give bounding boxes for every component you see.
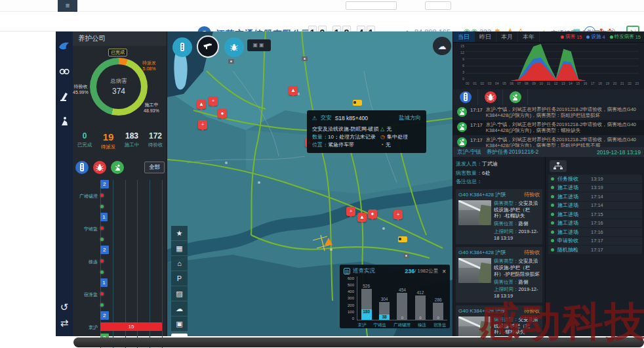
damage-marker-pin[interactable]: ● bbox=[218, 109, 227, 118]
disease-photo[interactable] bbox=[458, 200, 491, 225]
task-detail-body: 派发人员：丁武迪 病害数量：6处 备注信息： G40 K384+428 沪陕待验… bbox=[453, 157, 644, 336]
traffic-light-layer-button[interactable] bbox=[172, 37, 192, 57]
task-detail-header[interactable]: 京沪-宁镇 养护任务20191218-2 2019-12-18 13:19 bbox=[453, 147, 644, 157]
facility-tool-icon[interactable]: ⌂ bbox=[171, 256, 188, 271]
service-area-tool-icon[interactable]: ▨ bbox=[171, 286, 188, 301]
worker-events-button[interactable] bbox=[510, 91, 521, 103]
timeline-row[interactable]: 施工进场17:14 bbox=[548, 192, 642, 201]
switch-view-icon[interactable]: ⇄ bbox=[56, 315, 73, 331]
timeline-row[interactable]: 施工进场17:16 bbox=[548, 219, 642, 228]
disease-layer-button[interactable] bbox=[224, 37, 244, 57]
damage-marker-pin[interactable]: ▲ bbox=[357, 213, 367, 222]
field-label: 上报时间： bbox=[494, 286, 519, 292]
weather-button[interactable]: ☁ bbox=[433, 37, 451, 55]
damage-marker-pin[interactable]: + bbox=[346, 207, 355, 216]
flag-icon: ◷ bbox=[380, 133, 385, 141]
timeline-time: 13:19 bbox=[591, 176, 603, 182]
tab-1[interactable]: 昨日 bbox=[475, 32, 496, 42]
layer-toggle[interactable]: ▣▣ bbox=[247, 39, 271, 51]
legend-value: 15 bbox=[576, 34, 582, 40]
background-input[interactable] bbox=[346, 1, 397, 10]
flow-chart-icon[interactable] bbox=[550, 160, 567, 172]
damage-marker-pin[interactable]: ● bbox=[368, 209, 377, 219]
damage-marker-pin[interactable]: + bbox=[393, 210, 403, 219]
disease-events-button[interactable] bbox=[485, 91, 496, 103]
y-tick: 9 bbox=[456, 57, 464, 61]
timeline-dot bbox=[551, 221, 554, 225]
camera-layer-button[interactable] bbox=[197, 35, 219, 58]
timeline-label: 施工进场 bbox=[557, 228, 578, 236]
nav-worker-icon[interactable] bbox=[56, 112, 73, 131]
camera-marker[interactable] bbox=[302, 56, 308, 61]
damage-marker-pin[interactable]: ▲ bbox=[289, 86, 298, 95]
event-list: 17:17京沪-宁镇，刘斌正在对养护任务20191218-2申请验收，病害地点G… bbox=[453, 105, 644, 147]
company-label: 徐连 bbox=[74, 259, 98, 265]
x-tick: 03 bbox=[488, 81, 492, 85]
all-button[interactable]: 全部 bbox=[144, 162, 165, 173]
total-label: 286 bbox=[428, 297, 448, 302]
x-tick: 09 bbox=[532, 81, 536, 85]
undo-icon[interactable]: ↺ bbox=[56, 299, 73, 315]
disease-card[interactable]: G40 K384+428 沪陕待验收病害类型：交安及沿线设施-护栏（栏杆）-护栏… bbox=[456, 247, 542, 303]
hamburger-menu-button[interactable]: ≡ bbox=[58, 0, 77, 12]
nav-sign-icon[interactable] bbox=[56, 87, 73, 106]
event-row[interactable]: 17:17京沪-宁镇，刘斌正在对养护任务20191218-2申请验收，病害地点G… bbox=[453, 135, 644, 148]
facility-events-button[interactable] bbox=[460, 91, 472, 103]
timeline-row[interactable]: 施工进场17:16 bbox=[548, 228, 642, 236]
disease-card[interactable]: G40 K384+428 沪陕待验收病害类型：交安及沿线设施-护栏（栏杆）-柱帽… bbox=[456, 189, 542, 245]
maintenance-truck-marker[interactable] bbox=[353, 100, 362, 106]
timeline-row[interactable]: 施工进场17:14 bbox=[548, 202, 642, 210]
maintenance-truck-marker[interactable] bbox=[398, 236, 407, 242]
flag-icon: △ bbox=[380, 125, 384, 133]
map-canvas[interactable]: ▣▣ ☁ ★ ▦ ⌂ P ▨ ☁ ▣ ≡ ▲+●+▲▲+▲●+ ⚠ 交安 S18… bbox=[167, 32, 453, 336]
favorites-tool-icon[interactable]: ★ bbox=[171, 226, 188, 241]
gantry-tool-icon[interactable]: ▦ bbox=[171, 241, 188, 256]
patrol-bars: 52618030438454041202860 bbox=[357, 276, 447, 320]
tooltip-category: 交安 bbox=[321, 114, 332, 122]
camera-marker[interactable] bbox=[403, 253, 409, 258]
status-badge: 待验收 bbox=[524, 191, 540, 198]
tooltip-flag-0: △无 bbox=[380, 125, 421, 133]
disease-photo[interactable] bbox=[458, 258, 491, 283]
damage-marker-pin[interactable]: + bbox=[198, 120, 207, 129]
timeline-row[interactable]: 施工进场13:19 bbox=[548, 184, 642, 192]
disease-filter-button[interactable] bbox=[93, 161, 106, 174]
background-input-2[interactable] bbox=[425, 1, 451, 10]
facility-filter-button[interactable] bbox=[75, 161, 89, 174]
damage-marker-pin[interactable]: ▲ bbox=[197, 100, 206, 109]
damage-marker-pin[interactable]: + bbox=[209, 97, 218, 106]
card-field: 病害位置：路侧 bbox=[494, 279, 540, 286]
camera-marker[interactable] bbox=[228, 59, 234, 64]
donut-center-label: 总病害 bbox=[110, 77, 127, 85]
event-row[interactable]: 17:17京沪-宁镇，刘斌正在对养护任务20191218-2申请验收，病害地点G… bbox=[453, 105, 644, 120]
nav-inspection-icon[interactable] bbox=[56, 62, 73, 81]
field-value: 路侧 bbox=[519, 279, 529, 285]
task-name: 养护任务20191218-2 bbox=[487, 148, 538, 156]
nav-maintenance-icon[interactable] bbox=[56, 37, 73, 56]
tab-3[interactable]: 本年 bbox=[518, 32, 540, 42]
field-label: 病害类型： bbox=[494, 258, 519, 264]
construction-cone-marker[interactable] bbox=[325, 238, 332, 245]
tab-0[interactable]: 当日 bbox=[453, 32, 475, 42]
worker-filter-button[interactable] bbox=[111, 161, 124, 174]
parking-tool-icon[interactable]: P bbox=[171, 271, 188, 286]
tooltip-loc: 位置：紧急停车带 bbox=[312, 141, 380, 149]
timeline-row[interactable]: 申请验收17:17 bbox=[548, 237, 642, 246]
bar-row bbox=[100, 268, 162, 276]
timeline-row[interactable]: 任务接收13:19 bbox=[548, 175, 642, 183]
timeline-row[interactable]: 随机抽检17:17 bbox=[548, 246, 642, 254]
legend-item: 设施4 bbox=[586, 33, 605, 40]
map-menu-button[interactable]: ≡ bbox=[171, 334, 188, 336]
background-taskbar[interactable] bbox=[73, 337, 644, 347]
disease-photo[interactable] bbox=[458, 316, 491, 336]
image-tool-icon[interactable]: ▣ bbox=[171, 316, 188, 332]
flag-icon: ◔ bbox=[380, 141, 384, 149]
tab-2[interactable]: 本月 bbox=[496, 32, 518, 42]
disease-card[interactable]: G40 K384+428 沪陕待验收病害类型：交安及沿线设施-护栏（栏杆）-螺栓… bbox=[456, 305, 542, 336]
event-row[interactable]: 17:17京沪-宁镇，刘斌正在对养护任务20191218-2申请验收，病害地点G… bbox=[453, 120, 644, 135]
weather-tool-icon[interactable]: ☁ bbox=[171, 301, 188, 316]
worker-avatar-icon bbox=[457, 107, 467, 117]
timeline-row[interactable]: 施工进场17:15 bbox=[548, 210, 642, 219]
x-tick: 15 bbox=[576, 81, 580, 85]
popup-close-icon[interactable]: × bbox=[442, 268, 446, 275]
